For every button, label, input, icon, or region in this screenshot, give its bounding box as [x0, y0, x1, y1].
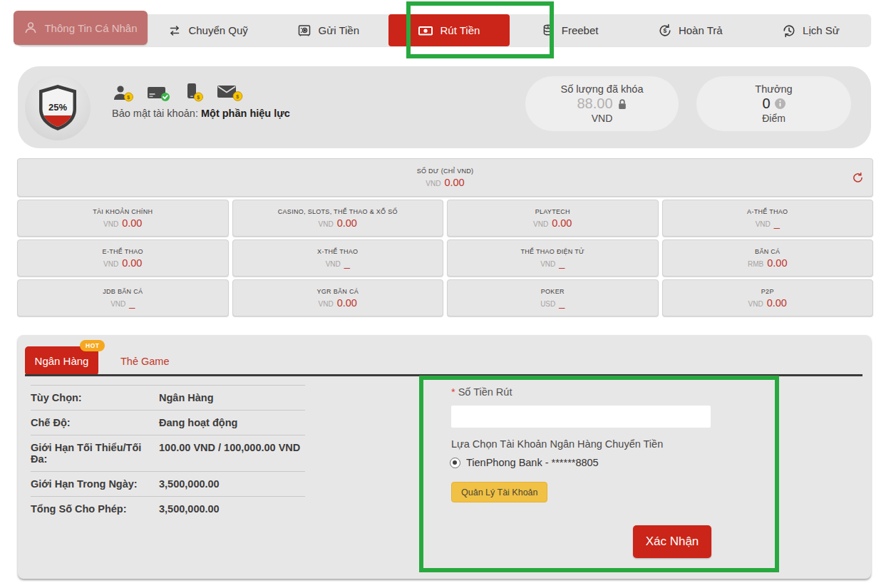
tab-transfer-funds[interactable]: Chuyển Quỹ — [148, 14, 268, 46]
balance-cell-esports-dt: THỂ THAO ĐIỆN TỬ VND_ — [447, 239, 659, 277]
tab-label: Gửi Tiền — [318, 24, 359, 36]
tab-withdraw[interactable]: Rút Tiền — [388, 14, 509, 46]
radio-selected-icon[interactable] — [450, 458, 460, 468]
security-summary-bar: 25% $ $ — [18, 66, 871, 148]
refresh-balances-icon[interactable] — [852, 172, 864, 184]
balance-currency: VND — [426, 180, 441, 187]
svg-text:$: $ — [127, 95, 130, 100]
svg-text:$: $ — [663, 27, 666, 34]
security-method-icons: $ $ $ — [112, 83, 244, 103]
svg-text:$: $ — [236, 94, 239, 100]
locked-amount-unit: VND — [592, 113, 613, 124]
info-row-min-max: Giới Hạn Tối Thiểu/Tối Đa: 100.00 VND / … — [31, 435, 305, 472]
tab-label: Chuyển Quỹ — [188, 24, 247, 36]
withdraw-amount-input[interactable] — [451, 406, 711, 428]
bank-account-select-label: Lựa Chọn Tài Khoản Ngân Hàng Chuyển Tiền — [451, 438, 663, 450]
bank-account-option-label: TienPhong Bank - ******8805 — [466, 457, 599, 468]
tab-deposit[interactable]: Gửi Tiền — [268, 14, 388, 46]
balance-cell-main: TÀI KHOẢN CHÍNH VND0.00 — [17, 200, 229, 237]
tab-label: Rút Tiền — [440, 24, 480, 36]
withdraw-info-table: Tùy Chọn: Ngân Hàng Chế Độ: Đang hoạt độ… — [31, 385, 305, 521]
tab-label: Hoàn Trả — [679, 24, 723, 36]
balance-total-title: SỐ DƯ (CHỈ VND) — [417, 167, 474, 175]
info-icon — [775, 98, 786, 109]
refund-icon: $ — [658, 24, 672, 38]
info-row-total-allowed: Tổng Số Cho Phép: 3,500,000.00 — [31, 497, 305, 521]
balance-cell-playtech: PLAYTECH VND0.00 — [447, 200, 659, 237]
required-asterisk: * — [451, 386, 455, 398]
tab-label: Freebet — [562, 24, 599, 36]
withdraw-amount-label: *Số Tiền Rút — [451, 386, 512, 398]
tab-cashback[interactable]: $ Hoàn Trả — [630, 14, 751, 46]
tab-freebet[interactable]: $ Freebet — [510, 14, 630, 46]
balance-cell-poker: POKER USD_ — [447, 279, 659, 316]
tab-game-card[interactable]: Thẻ Game — [110, 346, 180, 376]
balance-cell-ygr-fishing: YGR BẮN CÁ VND0.00 — [232, 279, 444, 316]
locked-amount-value: 88.00 — [577, 96, 612, 112]
bonus-value: 0 — [762, 96, 770, 112]
tab-personal-info[interactable]: Thông Tin Cá Nhân — [14, 11, 148, 45]
history-icon — [782, 24, 796, 38]
transfer-icon — [168, 24, 182, 38]
phone-verified-icon[interactable]: $ — [183, 83, 205, 103]
balance-total-card: SỐ DƯ (CHỈ VND) VND 0.00 — [17, 158, 873, 197]
svg-text:$: $ — [547, 24, 549, 29]
security-shield-badge: 25% — [25, 75, 91, 140]
security-caption: Bảo mật tài khoản: Một phần hiệu lực — [112, 108, 290, 119]
person-icon — [24, 21, 38, 35]
locked-amount-card: Số lượng đã khóa 88.00 VND — [525, 76, 679, 131]
bonus-unit: Điểm — [762, 113, 786, 124]
locked-amount-title: Số lượng đã khóa — [561, 83, 644, 95]
svg-text:25%: 25% — [48, 102, 67, 113]
active-tab-underline — [25, 374, 862, 376]
confirm-button[interactable]: Xác Nhận — [633, 525, 711, 558]
balance-cell-x-sports: X-THỂ THAO VND_ — [232, 239, 444, 277]
balance-cell-p2p: P2P VND0.00 — [662, 279, 874, 316]
balance-cell-jdb-fishing: JDB BẮN CÁ VND_ — [17, 279, 229, 316]
balance-cell-casino: CASINO, SLOTS, THỂ THAO & XỔ SỐ VND0.00 — [232, 200, 444, 237]
balance-cell-a-sports: A-THỂ THAO VND_ — [662, 200, 874, 237]
withdraw-panel: Ngân Hàng HOT Thẻ Game Tùy Chọn: Ngân Hà… — [18, 335, 871, 579]
balance-grid: TÀI KHOẢN CHÍNH VND0.00 CASINO, SLOTS, T… — [17, 200, 873, 316]
tab-history[interactable]: Lịch Sử — [751, 14, 871, 46]
tab-label: Thông Tin Cá Nhân — [44, 22, 137, 34]
hot-badge: HOT — [80, 340, 105, 351]
lock-icon — [617, 98, 627, 110]
info-row-option: Tùy Chọn: Ngân Hàng — [31, 386, 305, 411]
account-nav-bar: Thông Tin Cá Nhân Chuyển Quỹ Gửi Tiền Rú… — [18, 14, 871, 46]
bonus-points-card: Thưởng 0 Điểm — [696, 76, 851, 131]
svg-text:$: $ — [197, 95, 200, 100]
security-status: Một phần hiệu lực — [201, 108, 290, 119]
manage-accounts-button[interactable]: Quản Lý Tài Khoản — [451, 482, 547, 502]
bank-account-option[interactable]: TienPhong Bank - ******8805 — [450, 457, 599, 468]
balance-cell-fishing: BẮN CÁ RMB0.00 — [662, 239, 874, 277]
coins-icon: $ — [541, 24, 555, 38]
profile-verified-icon[interactable]: $ — [112, 84, 135, 103]
shield-icon: 25% — [37, 84, 78, 131]
info-row-mode: Chế Độ: Đang hoạt động — [31, 411, 305, 435]
bonus-title: Thưởng — [755, 83, 792, 95]
safe-icon — [297, 24, 311, 38]
balance-cell-e-sports: E-THỂ THAO VND0.00 — [17, 239, 229, 277]
balance-value: 0.00 — [444, 177, 464, 188]
banknote-icon — [418, 24, 433, 37]
email-verified-icon[interactable]: $ — [217, 83, 244, 103]
info-row-daily-limit: Giới Hạn Trong Ngày: 3,500,000.00 — [31, 472, 305, 497]
tab-label: Lịch Sử — [803, 24, 840, 36]
card-verified-icon[interactable] — [147, 84, 171, 103]
